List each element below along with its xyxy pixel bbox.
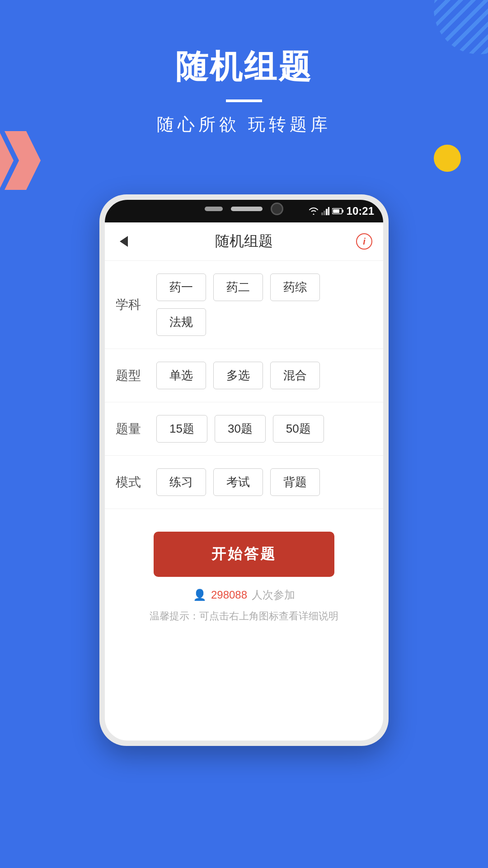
status-icons: 10:21 [309,205,374,217]
type-section: 题型 单选 多选 混合 [105,349,383,402]
svg-rect-2 [326,209,328,215]
phone-screen: 10:21 随机组题 i 学科 药一 药二 [105,200,383,741]
svg-rect-3 [328,207,329,215]
subject-option-yaozong[interactable]: 药综 [270,274,320,301]
nav-title: 随机组题 [215,231,273,251]
subject-options: 药一 药二 药综 法规 [156,274,372,336]
svg-rect-5 [342,210,343,212]
battery-icon [332,208,344,214]
count-options: 15题 30题 50题 [156,415,324,443]
hint-text: 温馨提示：可点击右上角图标查看详细说明 [150,609,338,623]
type-label: 题型 [116,367,147,384]
mode-option-practice[interactable]: 练习 [156,468,206,496]
mode-section: 模式 练习 考试 背题 [105,456,383,509]
start-button[interactable]: 开始答题 [154,532,334,577]
count-section: 题量 15题 30题 50题 [105,402,383,456]
header-divider [226,99,262,102]
app-content: 随机组题 i 学科 药一 药二 药综 法规 题型 [105,222,383,632]
participants-suffix: 人次参加 [252,588,295,602]
phone-camera [271,203,283,215]
mode-label: 模式 [116,474,147,491]
svg-rect-0 [321,212,323,215]
start-section: 开始答题 👤 298088 人次参加 温馨提示：可点击右上角图标查看详细说明 [105,509,383,632]
page-subtitle: 随心所欲 玩转题库 [0,113,488,136]
phone-mockup: 10:21 随机组题 i 学科 药一 药二 [99,194,389,818]
svg-rect-6 [333,209,339,213]
svg-rect-1 [324,211,325,215]
back-icon [120,236,128,247]
status-time: 10:21 [347,205,374,217]
subject-option-yaoyi[interactable]: 药一 [156,274,206,301]
type-option-multiple[interactable]: 多选 [213,362,263,389]
type-option-single[interactable]: 单选 [156,362,206,389]
subject-section: 学科 药一 药二 药综 法规 [105,261,383,349]
type-options: 单选 多选 混合 [156,362,320,389]
back-button[interactable] [116,233,132,250]
bg-decoration-chevron [0,131,41,190]
phone-shell: 10:21 随机组题 i 学科 药一 药二 [99,194,389,746]
header-section: 随机组题 随心所欲 玩转题库 [0,45,488,136]
wifi-icon [309,207,319,215]
user-icon: 👤 [193,589,206,601]
count-option-15[interactable]: 15题 [156,415,207,443]
phone-speaker [205,207,223,211]
page-main-title: 随机组题 [0,45,488,89]
subject-option-fagui[interactable]: 法规 [156,308,206,336]
count-option-50[interactable]: 50题 [273,415,324,443]
mode-option-exam[interactable]: 考试 [213,468,263,496]
count-option-30[interactable]: 30题 [215,415,266,443]
phone-sensor [231,207,263,211]
participants-row: 👤 298088 人次参加 [193,588,295,602]
participants-count: 298088 [211,589,247,601]
info-button[interactable]: i [356,233,372,250]
mode-option-memorize[interactable]: 背题 [270,468,320,496]
subject-option-yaoer[interactable]: 药二 [213,274,263,301]
type-option-mixed[interactable]: 混合 [270,362,320,389]
bg-decoration-circle [434,145,461,172]
count-label: 题量 [116,420,147,438]
nav-bar: 随机组题 i [105,222,383,261]
mode-options: 练习 考试 背题 [156,468,320,496]
signal-icon [321,207,329,215]
subject-label: 学科 [116,296,147,313]
